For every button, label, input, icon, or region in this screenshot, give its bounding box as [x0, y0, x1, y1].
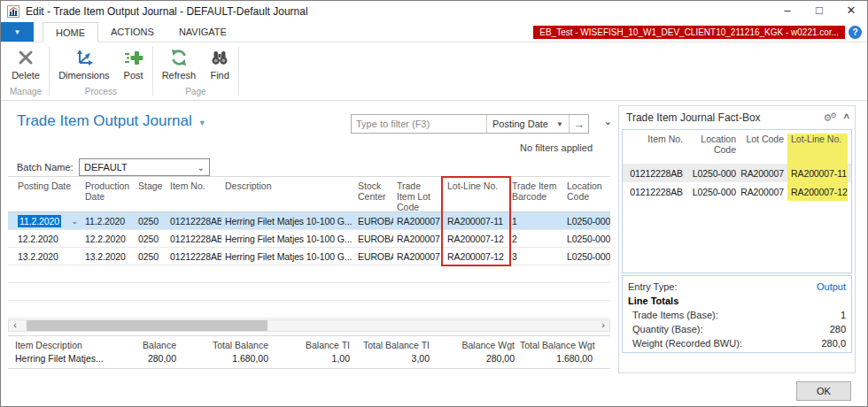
- cell-posting-date[interactable]: 11.2.2020 ⌄: [14, 215, 81, 227]
- row-selector[interactable]: [8, 248, 14, 265]
- cell-description[interactable]: Herring Filet Matjes 10-100 G...: [221, 251, 354, 262]
- totals-balance-ti: 1,00: [274, 353, 355, 364]
- find-button[interactable]: Find: [203, 46, 236, 82]
- factbox-header-row: Item No. Location Code Lot Code Lot-Line…: [623, 130, 851, 164]
- cell-trade-item-lot-code[interactable]: RA200007: [393, 216, 444, 227]
- grid-header-row: Posting Date Production Date Stage Item …: [8, 177, 610, 212]
- cell-production-date[interactable]: 11.2.2020: [81, 216, 135, 227]
- delete-x-icon: [16, 48, 35, 67]
- cell-description[interactable]: Herring Filet Matjes 10-100 G...: [221, 234, 354, 244]
- factbox-header-location-code: Location Code: [686, 134, 740, 164]
- cell-trade-item-barcode[interactable]: 3: [508, 251, 563, 262]
- close-button[interactable]: ✕: [835, 1, 867, 22]
- post-button[interactable]: Post: [117, 46, 151, 82]
- factbox-collapse-icon[interactable]: ^: [844, 112, 849, 123]
- factbox-cell-lot-line-no: RA200007-11: [787, 164, 848, 182]
- ribbon: Delete Manage Dimensions: [1, 42, 867, 101]
- quantity-base-label: Quantity (Base):: [628, 324, 702, 334]
- cell-lot-line-no[interactable]: RA200007-12: [444, 251, 508, 262]
- cell-dropdown-icon[interactable]: ⌄: [72, 217, 79, 226]
- minimize-button[interactable]: –: [771, 1, 803, 22]
- header-trade-item-lot-code[interactable]: Trade Item Lot Code: [393, 177, 444, 211]
- factbox-cell-item-no[interactable]: 01212228AB: [623, 164, 686, 182]
- filter-status: No filters applied: [520, 142, 593, 153]
- header-posting-date[interactable]: Posting Date: [14, 177, 81, 211]
- cell-item-no[interactable]: 01212228AB: [167, 234, 221, 244]
- nav-app-icon: [7, 5, 19, 18]
- row-selector[interactable]: [8, 212, 14, 229]
- cell-item-no[interactable]: 01212228AB: [167, 216, 221, 227]
- filter-column-selector[interactable]: Posting Date ▼: [487, 115, 569, 133]
- refresh-arrows-icon: [169, 48, 189, 67]
- cell-posting-date[interactable]: 12.2.2020: [14, 234, 81, 244]
- cell-stage[interactable]: 0250: [135, 251, 167, 262]
- factbox-cell-item-no[interactable]: 01212228AB: [623, 182, 686, 201]
- ribbon-group-label-manage: Manage: [4, 86, 47, 100]
- cell-stage[interactable]: 0250: [135, 234, 167, 244]
- cell-description[interactable]: Herring Filet Matjes 10-100 G...: [221, 216, 354, 227]
- entry-type-value-link[interactable]: Output: [817, 281, 846, 292]
- ok-button[interactable]: OK: [796, 381, 851, 401]
- cell-trade-item-barcode[interactable]: 2: [508, 234, 563, 244]
- tab-actions[interactable]: ACTIONS: [98, 22, 167, 42]
- scrollbar-track[interactable]: [21, 320, 597, 331]
- totals-total-balance: 1.680,00: [182, 353, 274, 364]
- filter-column-value: Posting Date: [492, 119, 548, 129]
- cell-stock-center[interactable]: EUROBA...: [354, 216, 393, 227]
- ribbon-group-page: Refresh Find Page: [155, 42, 237, 100]
- factbox-header-lot-code: Lot Code: [740, 134, 787, 164]
- header-stock-center[interactable]: Stock Center: [354, 177, 393, 211]
- header-location-code[interactable]: Location Code: [563, 177, 610, 211]
- header-lot-line-no[interactable]: Lot-Line No.: [444, 177, 508, 211]
- cell-lot-line-no[interactable]: RA200007-12: [444, 234, 508, 244]
- cell-location-code[interactable]: L0250-000: [563, 234, 610, 244]
- header-trade-item-barcode[interactable]: Trade Item Barcode: [508, 177, 563, 211]
- delete-button[interactable]: Delete: [4, 46, 47, 82]
- factbox-details: Entry Type: Output Line Totals Trade Ite…: [622, 275, 852, 353]
- cell-trade-item-barcode[interactable]: 1: [508, 216, 563, 227]
- totals-header-balance: Balance: [114, 340, 182, 350]
- cell-production-date[interactable]: 13.2.2020: [81, 251, 135, 262]
- maximize-button[interactable]: □: [803, 1, 835, 22]
- selected-cell[interactable]: 11.2.2020: [18, 215, 61, 227]
- cell-posting-date[interactable]: 13.2.2020: [14, 251, 81, 262]
- cell-production-date[interactable]: 12.2.2020: [81, 234, 135, 244]
- scroll-left-button[interactable]: ‹: [9, 320, 21, 331]
- filter-input[interactable]: [352, 115, 486, 133]
- ribbon-group-label-process: Process: [51, 86, 150, 100]
- factbox-cell-lot-code: RA200007: [740, 182, 787, 201]
- cell-location-code[interactable]: L0250-000: [563, 251, 610, 262]
- help-button[interactable]: ?: [849, 26, 862, 39]
- factbox-cell-location-code: L0250-000: [686, 182, 740, 201]
- scrollbar-thumb[interactable]: [27, 320, 267, 331]
- post-plus-icon: [124, 48, 143, 67]
- app-menu-button[interactable]: ▼: [1, 22, 34, 42]
- cell-trade-item-lot-code[interactable]: RA200007: [393, 234, 444, 244]
- cell-lot-line-no[interactable]: RA200007-11: [444, 216, 508, 227]
- header-production-date[interactable]: Production Date: [81, 177, 135, 211]
- tab-home[interactable]: HOME: [43, 22, 98, 42]
- cell-stock-center[interactable]: EUROBA...: [354, 251, 393, 262]
- environment-badge: EB_Test - WISEFISH_10_W1_DEV_CLIENT10_21…: [533, 26, 845, 39]
- dimensions-button[interactable]: Dimensions: [51, 46, 116, 82]
- page-title-menu[interactable]: Trade Item Output Journal ▼: [17, 112, 206, 130]
- tab-navigate[interactable]: NAVIGATE: [167, 22, 239, 42]
- filter-apply-button[interactable]: →: [569, 115, 588, 133]
- ribbon-tabs: HOME ACTIONS NAVIGATE: [43, 22, 239, 42]
- refresh-button[interactable]: Refresh: [155, 46, 204, 82]
- cell-location-code[interactable]: L0250-000: [563, 216, 610, 227]
- scroll-right-button[interactable]: ›: [597, 320, 609, 331]
- ribbon-group-label-page: Page: [155, 86, 237, 100]
- header-description[interactable]: Description: [221, 177, 354, 211]
- cell-stage[interactable]: 0250: [135, 216, 167, 227]
- cell-stock-center[interactable]: EUROBA...: [354, 234, 393, 244]
- dimensions-axes-icon: [74, 48, 94, 67]
- row-selector[interactable]: [8, 230, 14, 247]
- filter-pane-collapse-button[interactable]: ⌄: [604, 116, 612, 127]
- batch-name-combobox[interactable]: DEFAULT ⌄: [79, 158, 210, 176]
- grid-selector-header: [8, 177, 14, 211]
- cell-item-no[interactable]: 01212228AB: [167, 251, 221, 262]
- cell-trade-item-lot-code[interactable]: RA200007: [393, 251, 444, 262]
- header-item-no[interactable]: Item No.: [167, 177, 221, 211]
- header-stage[interactable]: Stage: [135, 177, 167, 211]
